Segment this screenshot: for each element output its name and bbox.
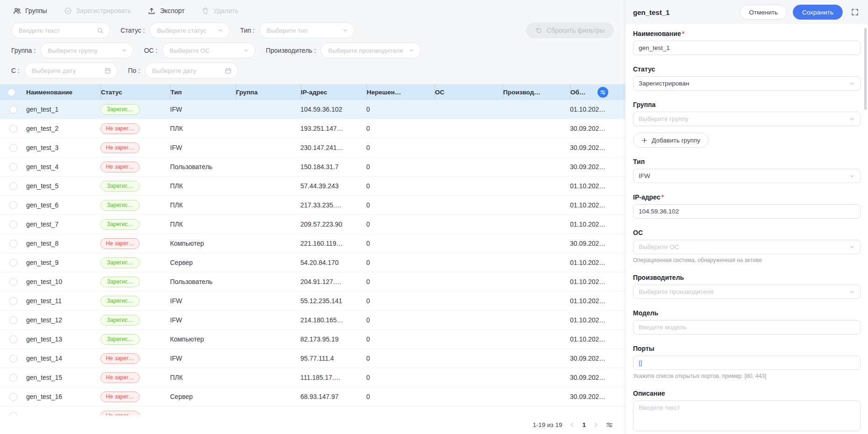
asset-type: ПЛК — [170, 374, 235, 381]
row-checkbox[interactable] — [9, 393, 17, 401]
row-checkbox[interactable] — [9, 374, 17, 382]
row-checkbox[interactable] — [9, 221, 17, 228]
table-row[interactable]: gen_test_7 Зарегис… ПЛК 209.57.223.90 0 … — [0, 215, 625, 234]
asset-type: Пользователь — [170, 163, 235, 171]
asset-ip: 68.93.147.97 — [300, 393, 366, 400]
asset-updated: 30.09.202… — [570, 374, 625, 381]
type-filter-select[interactable]: Выберите тип — [259, 22, 355, 38]
panel-scrollbar-thumb[interactable] — [864, 28, 867, 110]
status-badge: Не зарег… — [100, 411, 140, 416]
pagination-current-page[interactable]: 1 — [582, 421, 586, 428]
groups-button[interactable]: Группы — [13, 7, 47, 15]
row-checkbox[interactable] — [9, 144, 17, 152]
status-badge: Зарегис… — [100, 296, 140, 306]
ports-input[interactable] — [633, 356, 861, 370]
row-checkbox[interactable] — [9, 259, 17, 267]
required-mark: * — [662, 193, 664, 201]
pagination-next-button[interactable] — [593, 422, 599, 428]
date-from-input[interactable] — [32, 67, 100, 74]
table-row[interactable]: gen_test_13 Зарегис… Компьютер 82.173.95… — [0, 330, 625, 349]
os-filter-select[interactable]: Выберите ОС — [162, 43, 256, 58]
asset-detail-panel: gen_test_1 Отменить Сохранить Наименован… — [625, 0, 868, 434]
users-icon — [13, 7, 21, 15]
register-icon — [64, 7, 72, 15]
row-checkbox[interactable] — [9, 297, 17, 305]
vendor-filter-select[interactable]: Выберите производителя — [320, 43, 421, 58]
asset-name: gen_test_10 — [26, 278, 100, 285]
pagination-prev-button[interactable] — [569, 422, 575, 428]
table-row[interactable]: gen_test_6 Зарегис… ПЛК 217.33.235.… 0 0… — [0, 196, 625, 215]
table-row[interactable]: gen_test_5 Зарегис… ПЛК 57.44.39.243 0 0… — [0, 177, 625, 196]
status-badge: Не зарег… — [100, 162, 140, 172]
field-model: Модель — [633, 309, 861, 334]
pagination: 1-19 из 19 1 — [0, 415, 625, 434]
col-type: Тип — [170, 84, 235, 100]
row-checkbox[interactable] — [9, 106, 17, 114]
row-checkbox[interactable] — [9, 316, 17, 324]
row-checkbox[interactable] — [9, 201, 17, 209]
row-checkbox[interactable] — [9, 125, 17, 133]
col-os: ОС — [434, 84, 503, 100]
asset-type: IFW — [170, 144, 235, 151]
row-checkbox[interactable] — [9, 278, 17, 286]
type-select[interactable]: IFW — [633, 169, 861, 183]
name-input[interactable] — [633, 41, 861, 55]
row-checkbox[interactable] — [9, 412, 17, 416]
os-select[interactable]: Выберите ОС — [633, 240, 861, 254]
vendor-select[interactable]: Выберите производителя — [633, 285, 861, 299]
row-checkbox[interactable] — [9, 355, 17, 363]
model-field-label: Модель — [633, 309, 861, 317]
select-all-checkbox[interactable] — [7, 88, 15, 96]
table-row[interactable]: gen_test_16 Не зарег… Сервер 68.93.147.9… — [0, 387, 625, 406]
asset-updated: 01.10.202… — [570, 106, 625, 113]
status-filter-select[interactable]: Выберите статус — [149, 22, 230, 38]
asset-type: Сервер — [170, 259, 235, 266]
table-row[interactable]: gen_test_11 Зарегис… IFW 55.12.235.141 0… — [0, 292, 625, 311]
asset-name: gen_test_13 — [26, 335, 100, 343]
table-row[interactable]: gen_test_12 Зарегис… IFW 214.180.165… 0 … — [0, 311, 625, 330]
expand-panel-button[interactable] — [851, 8, 859, 16]
table-row[interactable]: gen_test_3 Не зарег… IFW 230.147.241… 0 … — [0, 138, 625, 157]
register-button[interactable]: Зарегистрировать — [64, 7, 131, 15]
search-input[interactable] — [19, 27, 93, 34]
description-textarea[interactable] — [633, 400, 861, 431]
table-row[interactable]: gen_test_9 Зарегис… Сервер 54.20.84.170 … — [0, 253, 625, 272]
table-row[interactable]: Не зарег… — [0, 406, 625, 415]
column-settings-button[interactable] — [598, 87, 608, 98]
os-help-text: Операционная система, обнаруженная на ак… — [633, 257, 861, 263]
table-settings-button[interactable] — [606, 421, 613, 428]
status-badge: Не зарег… — [100, 123, 140, 134]
table-row[interactable]: gen_test_10 Зарегис… Пользователь 204.91… — [0, 272, 625, 292]
group-filter-select[interactable]: Выберите группу — [40, 43, 134, 58]
table-row[interactable]: gen_test_1 Зарегис… IFW 104.59.36.102 0 … — [0, 100, 625, 119]
col-unresolved: Нерешен… — [366, 84, 434, 100]
date-to-input[interactable] — [152, 67, 221, 74]
filter-row-2: Группа : Выберите группу ОС : Выберите О… — [11, 43, 614, 58]
asset-ip: 104.59.36.102 — [300, 106, 366, 113]
export-button[interactable]: Экспорт — [148, 7, 185, 15]
row-checkbox[interactable] — [9, 182, 17, 190]
add-group-button[interactable]: Добавить группу — [633, 133, 709, 148]
table-row[interactable]: gen_test_14 Не зарег… IFW 95.77.111.4 0 … — [0, 349, 625, 368]
reset-filters-button[interactable]: Сбросить фильтры — [526, 22, 614, 38]
group-select[interactable]: Выберите группу — [633, 112, 861, 126]
row-checkbox[interactable] — [9, 335, 17, 343]
required-mark: * — [682, 30, 684, 37]
table-row[interactable]: gen_test_4 Не зарег… Пользователь 150.18… — [0, 157, 625, 177]
asset-updated: 30.09.202… — [570, 125, 625, 132]
table-row[interactable]: gen_test_15 Не зарег… ПЛК 111.185.17.… 0… — [0, 368, 625, 387]
ip-input[interactable] — [633, 204, 861, 219]
status-select[interactable]: Зарегистрирован — [633, 76, 861, 91]
row-checkbox[interactable] — [9, 163, 17, 171]
reset-filters-label: Сбросить фильтры — [547, 27, 605, 34]
export-label: Экспорт — [160, 7, 185, 14]
cancel-button[interactable]: Отменить — [740, 5, 787, 20]
asset-unresolved: 0 — [366, 201, 434, 209]
delete-button[interactable]: Удалить — [201, 7, 238, 15]
table-row[interactable]: gen_test_8 Не зарег… Компьютер 221.160.1… — [0, 234, 625, 253]
asset-ip: 217.33.235.… — [300, 201, 366, 209]
table-row[interactable]: gen_test_2 Не зарег… ПЛК 193.251.147… 0 … — [0, 119, 625, 138]
model-input[interactable] — [633, 320, 861, 334]
row-checkbox[interactable] — [9, 240, 17, 248]
save-button[interactable]: Сохранить — [793, 5, 843, 20]
